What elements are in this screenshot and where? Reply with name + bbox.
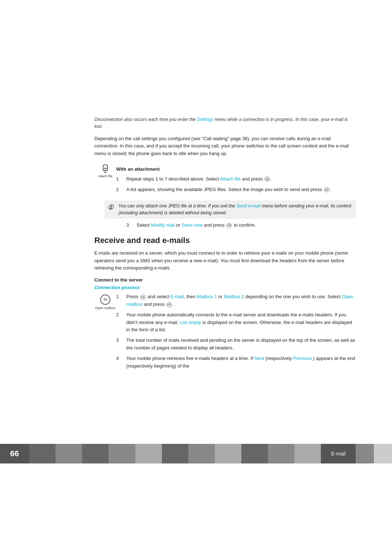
step-3-text: Select Modify mail or Send now and press… bbox=[136, 222, 256, 229]
footer-sq-9 bbox=[241, 444, 268, 463]
step-2-num: 2 bbox=[116, 186, 126, 194]
info-icon: ① bbox=[107, 203, 115, 212]
footer-sq-11 bbox=[294, 444, 321, 463]
conn-step-3-text: The total number of mails received and p… bbox=[126, 337, 356, 352]
step-3-num: 3 bbox=[126, 222, 136, 229]
step-3: 3 Select Modify mail or Send now and pre… bbox=[126, 222, 356, 229]
conn-step-2: 2 Your mobile phone automatically connec… bbox=[116, 311, 356, 334]
step-1-text: Repeat steps 1 to 7 described above. Sel… bbox=[126, 175, 272, 183]
footer-sq-1 bbox=[29, 444, 56, 463]
send-email-link: Send e-mail bbox=[236, 203, 261, 208]
ok-icon-conn1: ok bbox=[140, 295, 146, 300]
with-attachment-section: Attach file With an attachment 1 Repeat … bbox=[94, 163, 356, 229]
footer-label: E-mail bbox=[321, 444, 356, 463]
info-note-box: ① You can only attach one JPEG file at a… bbox=[105, 200, 356, 219]
conn-step-4: 4 Your mobile phone retrieves five e-mai… bbox=[116, 355, 356, 370]
connection-steps: 1 Press ok and select E-mail, then Mailb… bbox=[116, 293, 356, 373]
mailbox1-link: Mailbox 1 bbox=[197, 294, 217, 299]
open-mailbox-area: ✉ Open mailbox 1 Press ok and select E-m… bbox=[94, 293, 356, 373]
previous-link: Previous bbox=[293, 356, 312, 361]
footer-sq-7 bbox=[188, 444, 215, 463]
connection-steps-list: 1 Press ok and select E-mail, then Mailb… bbox=[116, 293, 356, 370]
modify-mail-link: Modify mail bbox=[151, 222, 175, 228]
info-note-text: You can only attach one JPEG file at a t… bbox=[118, 203, 353, 216]
conn-step-4-num: 4 bbox=[116, 355, 126, 362]
footer-squares bbox=[29, 444, 321, 463]
step-2: 2 A list appears, showing the available … bbox=[116, 186, 331, 194]
footer-sq-6 bbox=[162, 444, 188, 463]
with-attachment-heading-text: With an attachment 1 Repeat steps 1 to 7… bbox=[116, 163, 331, 197]
attach-file-icon bbox=[100, 163, 110, 174]
list-empty-link: List empty bbox=[180, 320, 201, 325]
page: Disconnection also occurs each time you … bbox=[0, 0, 392, 555]
conn-step-1-num: 1 bbox=[116, 293, 126, 301]
footer-sq-r2 bbox=[374, 444, 392, 463]
conn-step-3-num: 3 bbox=[116, 337, 126, 344]
footer-sq-5 bbox=[135, 444, 162, 463]
conn-step-3: 3 The total number of mails received and… bbox=[116, 337, 356, 352]
attach-file-link: Attach file bbox=[220, 176, 241, 182]
footer-sq-3 bbox=[82, 444, 109, 463]
italic-note: Disconnection also occurs each time you … bbox=[94, 116, 356, 130]
email-link: E-mail bbox=[170, 294, 184, 299]
ok-icon-2: ok bbox=[324, 187, 329, 192]
footer-sq-8 bbox=[215, 444, 241, 463]
with-attachment-steps: 1 Repeat steps 1 to 7 described above. S… bbox=[116, 175, 331, 194]
ok-icon-3: ok bbox=[226, 223, 232, 228]
receive-body: E-mails are received on a server, which … bbox=[94, 250, 356, 272]
open-mailbox-icon: ✉ bbox=[99, 294, 111, 305]
footer-bar: 66 E-mail bbox=[0, 444, 392, 463]
conn-step-2-num: 2 bbox=[116, 311, 126, 319]
receive-section: Receive and read e-mails E-mails are rec… bbox=[94, 236, 356, 374]
receive-heading: Receive and read e-mails bbox=[94, 236, 356, 245]
mailbox2-link: Mailbox 2 bbox=[224, 294, 244, 299]
content-area: Disconnection also occurs each time you … bbox=[0, 0, 392, 373]
open-mailbox-label: Open mailbox bbox=[95, 306, 115, 310]
ok-icon-conn2: ok bbox=[167, 302, 172, 307]
step-1: 1 Repeat steps 1 to 7 described above. S… bbox=[116, 175, 331, 183]
with-attachment-header-row: Attach file With an attachment 1 Repeat … bbox=[94, 163, 356, 197]
step-3-list: 3 Select Modify mail or Send now and pre… bbox=[126, 222, 356, 229]
call-settings-paragraph: Depending on the call settings you confi… bbox=[94, 135, 356, 158]
page-number: 66 bbox=[0, 444, 29, 463]
footer-sq-r1 bbox=[356, 444, 374, 463]
conn-step-1-text: Press ok and select E-mail, then Mailbox… bbox=[126, 293, 356, 308]
open-mailbox-icon-area: ✉ Open mailbox bbox=[94, 293, 116, 310]
footer-sq-4 bbox=[109, 444, 135, 463]
attach-file-label: Attach file bbox=[98, 174, 113, 178]
svg-text:✉: ✉ bbox=[103, 297, 107, 302]
conn-step-2-text: Your mobile phone automatically connects… bbox=[126, 311, 356, 334]
next-link: Next bbox=[254, 356, 264, 361]
step-1-num: 1 bbox=[116, 175, 126, 183]
footer-sq-10 bbox=[268, 444, 294, 463]
step-2-text: A list appears, showing the available JP… bbox=[126, 186, 331, 194]
send-now-link: Send now bbox=[181, 222, 203, 228]
connection-process-heading: Connection process bbox=[94, 285, 356, 290]
ok-icon-1: ok bbox=[265, 177, 270, 182]
connect-heading: Connect to the server bbox=[94, 277, 356, 283]
footer-sq-2 bbox=[56, 444, 82, 463]
settings-link: Settings bbox=[197, 117, 213, 122]
with-attachment-heading: With an attachment bbox=[116, 166, 331, 172]
italic-note-text1: Disconnection also occurs each time you … bbox=[94, 117, 196, 122]
conn-step-1: 1 Press ok and select E-mail, then Mailb… bbox=[116, 293, 356, 308]
conn-step-4-text: Your mobile phone retrieves five e-mails… bbox=[126, 355, 356, 370]
footer-squares-right bbox=[356, 444, 392, 463]
attach-file-icon-area: Attach file bbox=[94, 163, 116, 178]
